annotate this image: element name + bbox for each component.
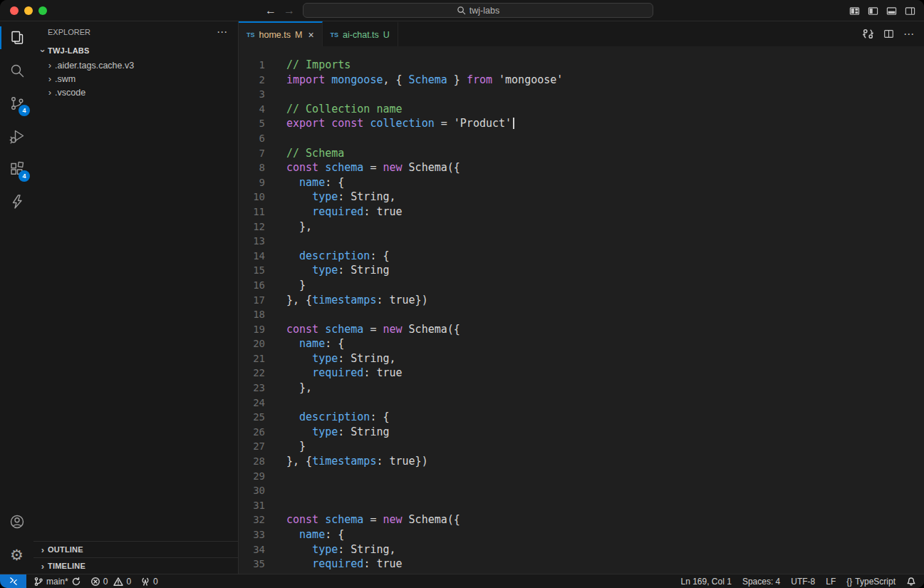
- workspace-root-folder[interactable]: › TWJ-LABS: [33, 43, 238, 58]
- code-line: 31: [239, 498, 924, 513]
- explorer-sidebar: EXPLORER ⋯ › TWJ-LABS ›.aider.tags.cache…: [33, 21, 239, 574]
- line-col-indicator[interactable]: Ln 169, Col 1: [681, 577, 732, 587]
- back-arrow-icon[interactable]: ←: [265, 4, 276, 17]
- file-item-label: .vscode: [55, 88, 85, 98]
- line-text: }: [286, 278, 306, 293]
- code-line: 18: [239, 307, 924, 322]
- line-text: name: {: [286, 527, 344, 542]
- line-number: 19: [239, 322, 265, 337]
- file-tree: › TWJ-LABS ›.aider.tags.cache.v3›.swm›.v…: [33, 43, 238, 541]
- line-text: type: String,: [286, 542, 396, 557]
- code-line: 14 description: {: [239, 249, 924, 264]
- code-line: 35 required: true: [239, 557, 924, 572]
- zoom-window-button[interactable]: [38, 6, 47, 15]
- chevron-right-icon: ›: [45, 87, 55, 98]
- account-icon[interactable]: [0, 505, 33, 538]
- line-text: name: {: [286, 336, 344, 351]
- tab-bar: TShome.tsM×TSai-chat.tsU ⋯: [239, 21, 924, 46]
- line-number: 29: [239, 469, 265, 484]
- explorer-icon[interactable]: [0, 21, 33, 54]
- forward-arrow-icon[interactable]: →: [284, 4, 295, 17]
- line-number: 5: [239, 116, 265, 131]
- line-number: 6: [239, 131, 265, 146]
- line-number: 18: [239, 307, 265, 322]
- line-text: const schema = new Schema({: [286, 512, 460, 527]
- line-number: 20: [239, 336, 265, 351]
- file-item-.swm[interactable]: ›.swm: [33, 72, 238, 86]
- radio-tower-icon: [140, 577, 150, 587]
- notifications-bell-icon[interactable]: [906, 577, 916, 587]
- code-line: 26 type: String: [239, 425, 924, 440]
- line-number: 11: [239, 205, 265, 220]
- extensions-badge: 4: [19, 170, 30, 182]
- chevron-right-icon: ›: [45, 73, 55, 84]
- line-text: },: [286, 220, 312, 234]
- code-line: 8const schema = new Schema({: [239, 160, 924, 175]
- code-line: 4// Collection name: [239, 102, 924, 117]
- code-line: 19const schema = new Schema({: [239, 322, 924, 337]
- indentation-indicator[interactable]: Spaces: 4: [742, 577, 780, 587]
- tab-home.ts[interactable]: TShome.tsM×: [239, 21, 323, 46]
- line-number: 32: [239, 512, 265, 527]
- branch-indicator[interactable]: main*: [33, 577, 81, 587]
- editor-more-actions-icon[interactable]: ⋯: [903, 28, 915, 41]
- toggle-panel-icon[interactable]: [886, 6, 897, 16]
- chevron-right-icon: ›: [45, 60, 55, 71]
- code-editor[interactable]: 1// Imports2import mongoose, { Schema } …: [239, 46, 924, 574]
- file-item-.vscode[interactable]: ›.vscode: [33, 86, 238, 99]
- explorer-more-actions-icon[interactable]: ⋯: [217, 26, 228, 38]
- tab-ai-chat.ts[interactable]: TSai-chat.tsU: [323, 21, 398, 46]
- close-window-button[interactable]: [10, 6, 19, 15]
- code-line: 30: [239, 483, 924, 498]
- chevron-right-icon: ›: [38, 545, 48, 555]
- code-line: 16 }: [239, 278, 924, 293]
- timeline-section-header[interactable]: › TIMELINE: [33, 557, 238, 574]
- line-text: required: true: [286, 205, 403, 220]
- tab-git-badge: M: [295, 30, 302, 40]
- typescript-file-icon: TS: [331, 31, 339, 38]
- minimize-window-button[interactable]: [24, 6, 33, 15]
- close-tab-icon[interactable]: ×: [308, 29, 313, 41]
- search-icon: [457, 6, 466, 15]
- customize-layout-icon[interactable]: [849, 6, 860, 16]
- problems-indicator[interactable]: 0 0: [90, 577, 131, 587]
- remote-icon: [9, 576, 19, 587]
- line-text: }, {timestamps: true}): [286, 293, 428, 308]
- remote-indicator[interactable]: [0, 574, 26, 588]
- command-center-search[interactable]: twj-labs: [303, 3, 653, 18]
- split-editor-icon[interactable]: [883, 29, 894, 39]
- line-number: 4: [239, 102, 265, 117]
- file-item-.aider.tags.cache.v3[interactable]: ›.aider.tags.cache.v3: [33, 58, 238, 72]
- line-text: type: String,: [286, 351, 396, 366]
- code-line: 2import mongoose, { Schema } from 'mongo…: [239, 73, 924, 88]
- code-line: 24: [239, 396, 924, 411]
- source-control-icon[interactable]: 4: [0, 87, 33, 120]
- thunder-client-icon[interactable]: [0, 185, 33, 218]
- line-number: 17: [239, 293, 265, 308]
- line-number: 12: [239, 220, 265, 234]
- settings-gear-icon[interactable]: ⚙: [0, 538, 33, 571]
- line-text: const schema = new Schema({: [286, 322, 460, 337]
- toggle-secondary-sidebar-icon[interactable]: [905, 6, 915, 16]
- toggle-primary-sidebar-icon[interactable]: [868, 6, 878, 16]
- command-center-label: twj-labs: [469, 6, 499, 16]
- code-line: 13: [239, 234, 924, 249]
- line-number: 10: [239, 190, 265, 205]
- eol-indicator[interactable]: LF: [826, 577, 836, 587]
- traffic-lights: [10, 6, 47, 15]
- open-changes-icon[interactable]: [862, 28, 874, 40]
- encoding-indicator[interactable]: UTF-8: [791, 577, 815, 587]
- code-line: 7// Schema: [239, 146, 924, 161]
- language-indicator[interactable]: {}TypeScript: [846, 577, 896, 587]
- activity-bar: 4 4 ⚙: [0, 21, 33, 574]
- file-item-label: .swm: [55, 74, 76, 84]
- warnings-icon: [113, 577, 123, 587]
- run-debug-icon[interactable]: [0, 120, 33, 153]
- outline-section-header[interactable]: › OUTLINE: [33, 541, 238, 557]
- ports-indicator[interactable]: 0: [140, 577, 158, 587]
- line-text: required: true: [286, 557, 403, 572]
- line-number: 3: [239, 87, 265, 102]
- search-sidebar-icon[interactable]: [0, 54, 33, 87]
- code-line: 33 name: {: [239, 527, 924, 542]
- extensions-icon[interactable]: 4: [0, 153, 33, 185]
